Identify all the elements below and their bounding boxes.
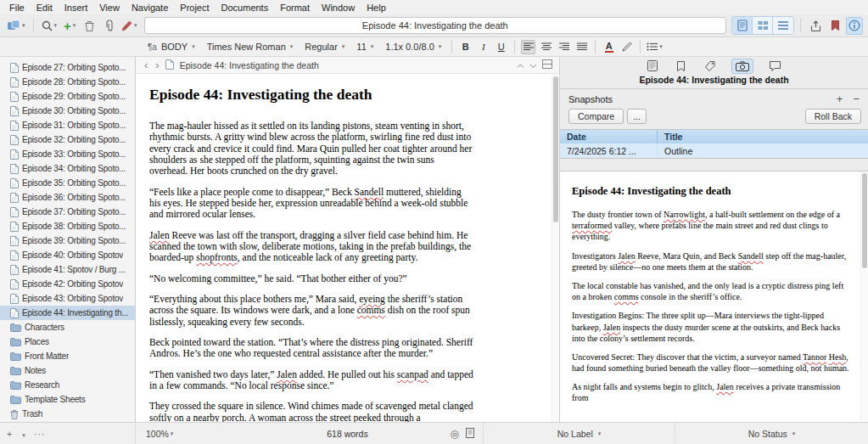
sidebar-item-label: Places xyxy=(25,337,49,346)
label-select[interactable]: No Label xyxy=(484,423,675,444)
sidebar-item[interactable]: Episode 37: Orbiting Spoto... xyxy=(0,205,135,219)
tab-bookmarks-icon[interactable] xyxy=(674,59,688,73)
column-title[interactable]: Title xyxy=(658,130,868,143)
text-color-button[interactable]: A xyxy=(602,40,616,54)
remove-snapshot-icon[interactable] xyxy=(853,93,860,105)
align-justify-icon[interactable] xyxy=(574,40,589,54)
sidebar-item[interactable]: Places xyxy=(0,334,135,349)
menu-insert[interactable]: Insert xyxy=(59,2,94,14)
menu-project[interactable]: Project xyxy=(174,2,215,14)
sidebar-item[interactable]: Episode 28: Orbiting Spoto... xyxy=(0,75,135,89)
sidebar-item[interactable]: Template Sheets xyxy=(0,392,135,407)
editor-content[interactable]: Episode 44: Investigating the death The … xyxy=(136,74,559,422)
sidebar-item[interactable]: Trash xyxy=(0,407,135,421)
sidebar-item[interactable]: Episode 43: Orbiting Spotov xyxy=(0,291,135,306)
sidebar-item[interactable]: Episode 38: Orbiting Spoto... xyxy=(0,219,135,233)
doc-icon xyxy=(10,193,19,203)
sidebar-item[interactable]: Notes xyxy=(0,363,135,378)
column-date[interactable]: Date xyxy=(560,130,658,143)
align-right-icon[interactable] xyxy=(557,40,571,54)
tab-comments-icon[interactable] xyxy=(766,59,784,73)
style-select[interactable]: BODY xyxy=(143,41,200,53)
menu-documents[interactable]: Documents xyxy=(216,2,275,14)
bookmarks-icon[interactable] xyxy=(826,17,843,35)
add-document-icon[interactable] xyxy=(7,429,12,439)
sidebar-item[interactable]: Episode 40: Orbiting Spotov xyxy=(0,248,135,262)
forward-icon[interactable] xyxy=(154,59,160,70)
line-spacing-select[interactable]: 1.1x 0.0/8.0 xyxy=(380,41,446,53)
rollback-button[interactable]: Roll Back xyxy=(805,109,861,124)
sidebar-item[interactable]: Episode 29: Orbiting Spoto... xyxy=(0,89,135,104)
editor-scrollbar[interactable] xyxy=(552,75,559,422)
binder-options-icon[interactable] xyxy=(20,429,25,439)
font-size-select[interactable]: 11 xyxy=(351,41,378,53)
menu-edit[interactable]: Edit xyxy=(31,2,59,14)
tab-snapshots-icon[interactable] xyxy=(731,59,753,74)
sidebar-item[interactable]: Episode 41: Spotov / Burg ... xyxy=(0,262,135,277)
sidebar-item[interactable]: Episode 31: Orbiting Spoto... xyxy=(0,118,135,132)
inspector-toggle-icon[interactable] xyxy=(846,17,863,35)
menu-view[interactable]: View xyxy=(93,2,126,14)
tab-metadata-icon[interactable] xyxy=(701,59,719,73)
zoom-select[interactable]: 100% xyxy=(146,429,173,439)
split-editor-icon[interactable] xyxy=(542,59,552,70)
sidebar-item[interactable]: Episode 39: Orbiting Spoto... xyxy=(0,233,135,248)
align-center-icon[interactable] xyxy=(539,40,553,54)
document-title-field[interactable]: Episode 44: Investigating the death xyxy=(144,17,726,34)
sidebar-item[interactable]: Episode 32: Orbiting Spoto... xyxy=(0,132,135,147)
marker-icon[interactable] xyxy=(120,17,139,35)
trash-icon[interactable] xyxy=(81,17,98,35)
collapse-down-icon[interactable] xyxy=(529,60,537,70)
snapshots-table-header[interactable]: Date Title xyxy=(560,130,868,143)
sidebar-item[interactable]: Episode 33: Orbiting Spoto... xyxy=(0,147,135,161)
menu-file[interactable]: File xyxy=(3,2,31,14)
toolbar-center: Episode 44: Investigating the death xyxy=(139,17,731,34)
sidebar-item[interactable]: Episode 44: Investigating th... xyxy=(0,306,135,320)
snapshot-preview: Episode 44: Investigating the death The … xyxy=(560,171,868,422)
sidebar-item[interactable]: Front Matter xyxy=(0,349,135,363)
font-variant-select[interactable]: Regular xyxy=(300,41,350,53)
menu-format[interactable]: Format xyxy=(274,2,316,14)
back-icon[interactable] xyxy=(143,59,149,70)
compile-icon[interactable] xyxy=(807,17,824,35)
typewriter-mode-icon[interactable] xyxy=(451,428,459,440)
status-select[interactable]: No Status xyxy=(675,423,868,444)
menu-help[interactable]: Help xyxy=(361,2,392,14)
italic-button[interactable]: I xyxy=(476,40,490,54)
sidebar-item[interactable]: Research xyxy=(0,378,135,392)
align-left-icon[interactable] xyxy=(521,40,535,54)
search-icon[interactable] xyxy=(40,17,59,35)
bold-button[interactable]: B xyxy=(458,40,473,54)
view-outliner-icon[interactable] xyxy=(773,17,793,34)
compose-icon[interactable] xyxy=(5,17,27,35)
view-document-icon[interactable] xyxy=(732,17,753,34)
sidebar-item[interactable]: Characters xyxy=(0,320,135,334)
snapshot-more-button[interactable]: ... xyxy=(627,109,647,124)
underline-button[interactable]: U xyxy=(494,40,508,54)
collapse-up-icon[interactable] xyxy=(517,60,524,70)
scrollbar-thumb[interactable] xyxy=(862,173,867,268)
more-options-icon[interactable] xyxy=(34,429,46,439)
paperclip-icon[interactable] xyxy=(100,17,117,35)
font-select[interactable]: Times New Roman xyxy=(202,41,299,53)
menu-navigate[interactable]: Navigate xyxy=(126,2,174,14)
compare-button[interactable]: Compare xyxy=(568,109,624,124)
menu-window[interactable]: Window xyxy=(316,2,361,14)
snapshot-row[interactable]: 7/24/2025 6:12 ...Outline xyxy=(560,143,868,158)
highlight-button[interactable] xyxy=(619,40,634,54)
snapshot-preview-title: Episode 44: Investigating the death xyxy=(572,185,851,198)
preview-scrollbar[interactable] xyxy=(860,171,868,422)
page-view-icon[interactable] xyxy=(466,428,474,440)
add-snapshot-icon[interactable] xyxy=(837,93,843,105)
sidebar-item[interactable]: Episode 35: Orbiting Spoto... xyxy=(0,176,135,190)
add-item-icon[interactable]: + xyxy=(61,17,78,35)
list-format-button[interactable] xyxy=(647,40,663,54)
tab-notes-icon[interactable] xyxy=(644,59,661,73)
view-corkboard-icon[interactable] xyxy=(753,17,773,34)
sidebar-item[interactable]: Episode 34: Orbiting Spoto... xyxy=(0,161,135,176)
scrollbar-thumb[interactable] xyxy=(553,76,558,222)
sidebar-item[interactable]: Episode 42: Orbiting Spotov xyxy=(0,277,135,291)
sidebar-item[interactable]: Episode 36: Orbiting Spoto... xyxy=(0,190,135,205)
sidebar-item[interactable]: Episode 30: Orbiting Spoto... xyxy=(0,104,135,118)
sidebar-item[interactable]: Episode 27: Orbiting Spoto... xyxy=(0,60,135,75)
